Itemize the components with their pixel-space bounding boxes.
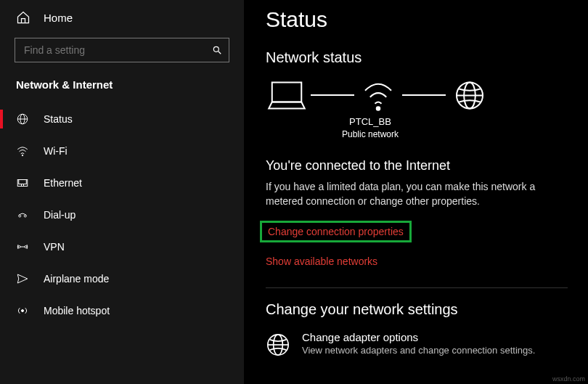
change-adapter-options[interactable]: Change adapter options View network adap…: [266, 331, 568, 357]
globe-icon: [16, 113, 29, 126]
sidebar-item-status[interactable]: Status: [0, 104, 244, 134]
sidebar-item-label: Airplane mode: [44, 273, 109, 285]
adapter-globe-icon: [266, 332, 290, 357]
svg-rect-6: [17, 180, 28, 187]
sidebar-item-label: Dial-up: [44, 209, 75, 221]
svg-point-0: [213, 46, 219, 52]
sidebar-item-label: Wi-Fi: [44, 145, 68, 157]
connected-description: If you have a limited data plan, you can…: [266, 179, 568, 209]
sidebar: Home Network & Internet Status Wi-Fi Eth…: [0, 0, 245, 384]
sidebar-item-wifi[interactable]: Wi-Fi: [0, 136, 244, 166]
sidebar-item-vpn[interactable]: VPN: [0, 232, 244, 262]
dialup-icon: [16, 208, 29, 221]
adapter-text: Change adapter options View network adap…: [302, 331, 535, 356]
hotspot-icon: [16, 304, 29, 317]
home-nav[interactable]: Home: [0, 0, 244, 35]
sidebar-item-label: Mobile hotspot: [44, 305, 110, 316]
svg-rect-8: [22, 184, 24, 187]
network-type: Public network: [269, 128, 472, 141]
search-icon: [212, 45, 222, 55]
ethernet-icon: [16, 176, 29, 189]
svg-point-12: [25, 246, 27, 248]
connection-line: [402, 94, 446, 96]
svg-point-15: [377, 107, 380, 110]
section-title: Network & Internet: [0, 74, 244, 104]
sidebar-item-hotspot[interactable]: Mobile hotspot: [0, 295, 244, 326]
page-title: Status: [266, 7, 568, 32]
svg-point-13: [22, 310, 24, 312]
vpn-icon: [16, 240, 29, 253]
network-label: PTCL_BB Public network: [269, 115, 472, 141]
sidebar-item-ethernet[interactable]: Ethernet: [0, 168, 244, 198]
wifi-router-icon: [359, 79, 398, 111]
show-available-networks-link[interactable]: Show available networks: [266, 256, 377, 267]
svg-line-1: [219, 52, 221, 54]
network-diagram: [266, 79, 568, 111]
svg-rect-7: [19, 180, 27, 184]
svg-point-11: [18, 246, 20, 248]
sidebar-item-airplane[interactable]: Airplane mode: [0, 264, 244, 294]
divider: [266, 287, 568, 288]
change-settings-heading: Change your network settings: [266, 301, 568, 318]
svg-point-10: [24, 215, 26, 217]
airplane-icon: [16, 272, 29, 285]
change-connection-properties-link[interactable]: Change connection properties: [260, 221, 412, 242]
connected-heading: You're connected to the Internet: [266, 158, 568, 173]
home-icon: [16, 10, 30, 25]
computer-icon: [267, 79, 306, 111]
wifi-icon: [16, 144, 29, 158]
svg-rect-14: [272, 82, 302, 102]
sidebar-item-label: Ethernet: [44, 177, 82, 189]
connection-line: [311, 94, 354, 96]
search-input[interactable]: [15, 38, 229, 62]
sidebar-item-label: VPN: [44, 241, 65, 253]
adapter-title: Change adapter options: [302, 331, 535, 343]
svg-point-9: [19, 215, 21, 217]
home-label: Home: [44, 12, 73, 24]
adapter-subtitle: View network adapters and change connect…: [302, 345, 535, 356]
svg-point-5: [22, 155, 23, 156]
main-content: Status Network status PTCL_BB Public net…: [245, 0, 588, 384]
watermark: wsxdn.com: [552, 375, 585, 383]
search-container: [15, 38, 229, 62]
globe-internet-icon: [450, 79, 489, 111]
sidebar-item-label: Status: [44, 113, 73, 125]
sidebar-item-dialup[interactable]: Dial-up: [0, 200, 244, 230]
network-status-heading: Network status: [266, 49, 568, 66]
network-ssid: PTCL_BB: [269, 115, 472, 128]
